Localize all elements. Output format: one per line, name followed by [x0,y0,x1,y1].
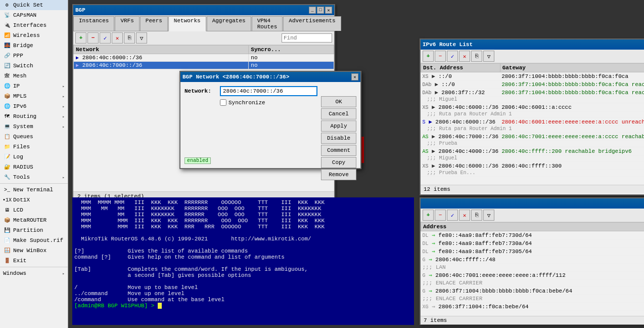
sidebar-item-mesh[interactable]: 🕸 Mesh [0,71,68,81]
sidebar-item-supout[interactable]: 📄 Make Supout.rif [0,235,68,245]
addr-copy-btn[interactable]: ⎘ [471,210,482,221]
table-row[interactable]: XS ▶ ::/0 2806:3f7:1004:bbbb:bbbb:bbbb:f… [421,72,645,80]
sidebar-item-bridge[interactable]: 🌉 Bridge [0,40,68,51]
addr-titlebar[interactable]: _ □ ✕ [421,198,644,209]
sidebar-item-partition[interactable]: 💾 Partition [0,225,68,235]
bgp-minimize-btn[interactable]: _ [309,7,316,14]
sidebar-item-queues[interactable]: 📋 Queues [0,132,68,142]
ipv6-remove-btn[interactable]: − [435,51,446,62]
sidebar-item-switch[interactable]: 🔄 Switch [0,61,68,71]
ipv6-copy-btn[interactable]: ⎘ [471,51,482,62]
sidebar-item-new-winbox[interactable]: 🪟 New WinBox [0,245,68,256]
ipv6-filter-btn[interactable]: ▽ [483,51,494,62]
sidebar-item-log[interactable]: 📝 Log [0,152,68,162]
addr-cancel-btn[interactable]: ✕ [459,210,470,221]
sidebar-item-metarouter[interactable]: 📦 MetaROUTER [0,215,68,225]
tab-aggregates[interactable]: Aggregates [207,16,251,31]
tab-networks[interactable]: Networks [168,16,206,31]
terminal-line: ../command Move up one level [74,291,412,297]
copy-button[interactable]: Copy [321,157,356,168]
sidebar-item-system[interactable]: 💻 System ▸ [0,121,68,132]
cancel-button[interactable]: Cancel [321,108,356,119]
table-row[interactable]: DAb ▶ ::/0 2806:3f7:1004:bbbb:bbbb:bbbb:… [421,80,645,89]
sidebar-item-quickset[interactable]: ⚙ Quick Set [0,0,68,10]
sidebar-item-windows[interactable]: Windows ▸ [0,268,68,278]
comment-button[interactable]: Comment [321,145,356,156]
sidebar-item-dot1x[interactable]: •1X Dot1X [0,195,68,205]
table-row[interactable]: ▶ 2806:40c:6000::/36 no [74,54,334,62]
gateway-cell: 2806:40c:7001:eeee:eeee:eeee:a:cccc reac… [500,133,644,141]
sidebar-item-files[interactable]: 📁 Files [0,142,68,152]
bgp-dialog-titlebar[interactable]: BGP Network <2806:40c:7000::/36> ✕ [180,72,360,82]
table-row[interactable]: S ▶ 2806:40c:6000::/36 2806:40c:6001:eee… [421,118,645,126]
remove-button[interactable]: Remove [321,169,356,180]
sidebar-item-tools[interactable]: 🔧 Tools ▸ [0,172,68,182]
table-row[interactable]: AS ▶ 2806:40c:4000::/36 2806:40c:ffff::2… [421,147,645,155]
table-row[interactable]: G ⇒ 2806:3f7:1004:bbbb:bbbb:bbbb:f0ca:be… [421,287,645,295]
filter-btn[interactable]: ▽ [136,32,147,44]
bgp-titlebar[interactable]: BGP _ □ ✕ [73,5,334,15]
addr-add-btn[interactable]: + [423,210,434,221]
table-row[interactable]: XG ⇒ 2806:3f7:1004::f0ca:bebe/64 [421,303,645,311]
table-row[interactable]: DL ⇒ fe80::4aa9:8aff:feb7:730d/64 [421,231,645,239]
sidebar-item-label: MetaROUTER [13,217,47,223]
sidebar-item-mpls[interactable]: 📦 MPLS ▸ [0,91,68,101]
sidebar-item-wireless[interactable]: 📶 Wireless [0,30,68,40]
tab-peers[interactable]: Peers [140,16,168,31]
table-row[interactable]: DAb ▶ 2806:3f7::/32 2806:3f7:1004:bbbb:b… [421,89,645,97]
sidebar-item-capsman[interactable]: 📡 CAPsMAN [0,10,68,20]
terminal-line: MikroTik RouterOS 6.48.6 (c) 1999-2021 h… [74,236,412,242]
dialog-close-btn[interactable]: ✕ [351,73,358,80]
sidebar-item-ip[interactable]: 🌐 IP ▸ [0,81,68,91]
table-row[interactable]: G ⇒ 2806:40c:ffff::/48 [421,256,645,264]
remove-btn[interactable]: − [87,32,99,44]
ipv6-cancel2-btn[interactable]: ✕ [459,51,470,62]
tab-vpn4routes[interactable]: VPN4 Routes [252,16,283,31]
addr-remove-btn[interactable]: − [435,210,446,221]
bgp-network-dialog: BGP Network <2806:40c:7000::/36> ✕ Netwo… [179,71,361,169]
apply-button[interactable]: Apply [321,120,356,132]
sidebar-item-label: Mesh [13,73,26,79]
terminal[interactable]: MMM MMMM MMM III KKK KKK RRRRRRR OOOOOO … [72,197,414,325]
add-btn[interactable]: + [75,32,86,44]
subrow-comment: ;;; ENLACE CARRIER [421,295,645,303]
gateway-cell: 2806:40c:6001:eeee:eeee:eeee:a:cccc unre… [500,118,644,126]
ok-button[interactable]: OK [321,96,356,107]
table-row[interactable]: XS ▶ 2806:40c:6000::/36 2806:40c:ffff::3… [421,162,645,170]
bgp-search-input[interactable] [282,33,332,43]
sidebar-item-exit[interactable]: 🚪 Exit [0,256,68,266]
bgp-maximize-btn[interactable]: □ [317,7,324,14]
table-row[interactable]: DL ⇒ fe80::4aa9:8aff:feb7:7305/64 [421,248,645,256]
table-row[interactable]: G ⇒ 2806:40c:7001:eeee:eeee:eeee:a:ffff/… [421,271,645,279]
terminal-line: [Tab] Completes the command/word. If the… [74,266,412,272]
disable-button[interactable]: Disable [321,133,356,144]
bgp-close-btn[interactable]: ✕ [325,7,332,14]
addr-check-btn[interactable]: ✓ [447,210,458,221]
sidebar-item-lcd[interactable]: 🖥 LCD [0,205,68,215]
table-row[interactable]: DL ⇒ fe80::4aa9:8aff:feb7:730a/64 [421,239,645,248]
sidebar-item-radius[interactable]: 🔐 RADIUS [0,162,68,172]
sidebar-item-new-terminal[interactable]: >_ New Terminal [0,185,68,195]
table-row[interactable]: ▶ 2806:40c:7000::/36 no [74,62,334,69]
tab-instances[interactable]: Instances [73,16,114,31]
ipv6-add-btn[interactable]: + [423,51,434,62]
synchronize-checkbox[interactable] [220,99,226,106]
check-btn[interactable]: ✓ [100,32,111,44]
tab-vrfs[interactable]: VRFs [115,16,139,31]
table-row[interactable]: AS ▶ 2806:40c:7000::/36 2806:40c:7001:ee… [421,133,645,141]
copy-toolbar-btn[interactable]: ⎘ [124,32,135,44]
tab-advertisements[interactable]: Advertisements [283,16,341,31]
ipv6-check-btn[interactable]: ✓ [447,51,458,62]
addr-filter-btn[interactable]: ▽ [483,210,494,221]
sidebar-item-ipv6[interactable]: 🌐 IPv6 ▸ [0,101,68,111]
network-row: Network: [185,86,317,96]
sidebar-item-ppp[interactable]: 🔗 PPP [0,51,68,61]
cancel-btn[interactable]: ✕ [112,32,123,44]
sidebar-item-routing[interactable]: 🗺 Routing ▸ [0,111,68,121]
table-row[interactable]: XS ▶ 2806:40c:6000::/36 2806:40c:6001::a… [421,103,645,111]
ipv6-titlebar[interactable]: IPv6 Route List _ □ ✕ [421,39,644,50]
sidebar-item-interfaces[interactable]: 🔌 Interfaces [0,20,68,30]
gateway-cell: 2806:40c:6001::a:cccc [500,103,644,111]
network-input[interactable] [220,86,317,96]
terminal-line: command [?] Gives help on the command an… [74,254,412,260]
